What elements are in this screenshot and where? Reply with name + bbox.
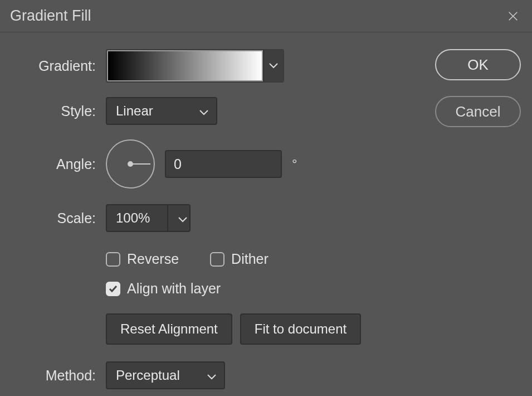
row-gradient: Gradient: bbox=[17, 49, 418, 83]
gradient-label: Gradient: bbox=[17, 58, 106, 74]
angle-label: Angle: bbox=[17, 156, 106, 172]
row-reverse-dither: x Reverse Dither bbox=[17, 251, 418, 267]
row-style: Style: Linear bbox=[17, 97, 418, 125]
style-value: Linear bbox=[116, 103, 153, 119]
method-select[interactable]: Perceptual bbox=[106, 361, 225, 389]
method-label: Method: bbox=[17, 368, 106, 384]
chevron-down-icon bbox=[269, 61, 278, 71]
confirm-buttons: OK Cancel bbox=[435, 49, 521, 143]
gradient-picker[interactable] bbox=[106, 49, 284, 83]
gradient-dropdown[interactable] bbox=[263, 50, 283, 81]
row-scale: Scale: 100% bbox=[17, 204, 418, 232]
scale-dropdown[interactable] bbox=[167, 205, 189, 231]
row-angle: Angle: 0 ° bbox=[17, 139, 418, 189]
method-value: Perceptual bbox=[116, 368, 180, 383]
reset-alignment-button[interactable]: Reset Alignment bbox=[106, 313, 232, 345]
row-method: Method: Perceptual bbox=[17, 361, 418, 389]
reverse-checkbox[interactable] bbox=[106, 252, 120, 267]
dialog-title: Gradient Fill bbox=[10, 7, 91, 25]
close-button[interactable] bbox=[505, 8, 521, 24]
check-icon bbox=[109, 284, 118, 293]
angle-dial[interactable] bbox=[106, 139, 155, 189]
row-align-buttons: x Reset Alignment Fit to document bbox=[17, 313, 418, 345]
row-align: x Align with layer bbox=[17, 281, 418, 297]
style-label: Style: bbox=[17, 103, 106, 119]
chevron-down-icon bbox=[207, 368, 216, 383]
dialog-body: OK Cancel Gradient: Style: Linear bbox=[0, 32, 532, 396]
gradient-preview bbox=[107, 50, 263, 81]
angle-dial-hand bbox=[133, 163, 150, 165]
scale-input[interactable]: 100% bbox=[106, 204, 191, 232]
dither-checkbox[interactable] bbox=[210, 252, 224, 267]
close-icon bbox=[507, 10, 519, 22]
angle-input[interactable]: 0 bbox=[165, 150, 282, 178]
chevron-down-icon bbox=[199, 103, 208, 119]
angle-value: 0 bbox=[174, 156, 182, 172]
dither-label: Dither bbox=[231, 251, 269, 267]
scale-label: Scale: bbox=[17, 210, 106, 226]
chevron-down-icon bbox=[178, 210, 187, 226]
cancel-button[interactable]: Cancel bbox=[435, 96, 521, 127]
align-with-layer-checkbox[interactable] bbox=[106, 282, 120, 296]
style-select[interactable]: Linear bbox=[106, 97, 217, 125]
reverse-label: Reverse bbox=[127, 251, 179, 267]
align-with-layer-label: Align with layer bbox=[127, 281, 221, 297]
angle-unit: ° bbox=[292, 156, 297, 172]
fit-to-document-button[interactable]: Fit to document bbox=[240, 313, 361, 345]
ok-button[interactable]: OK bbox=[435, 49, 521, 80]
scale-value: 100% bbox=[107, 210, 167, 226]
titlebar: Gradient Fill bbox=[0, 0, 532, 32]
